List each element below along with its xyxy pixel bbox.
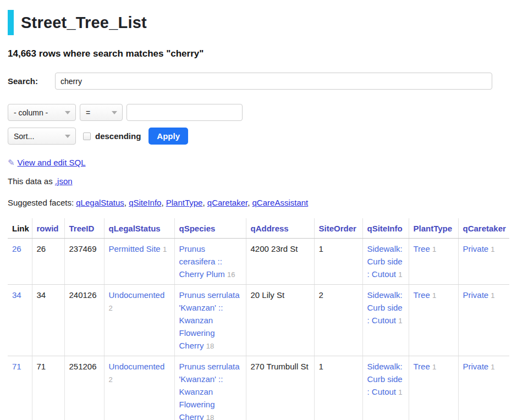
facet-count: 1 xyxy=(398,317,402,325)
facet-count: 1 xyxy=(491,363,494,371)
filter-row: - column - = xyxy=(8,104,509,121)
operator-select[interactable]: = xyxy=(80,104,123,121)
facet-wrap: qCaretaker xyxy=(207,198,252,207)
cell-siteorder: 1 xyxy=(314,356,362,420)
facet-count: 2 xyxy=(109,375,113,384)
facet-value-link[interactable]: Private xyxy=(463,244,489,253)
facet-value-link[interactable]: Prunus cerasifera :: Cherry Plum xyxy=(179,244,225,279)
search-input[interactable] xyxy=(55,73,492,90)
facet-value-link[interactable]: Private xyxy=(463,290,489,300)
page: Street_Tree_List 14,663 rows where searc… xyxy=(0,0,517,420)
table-row: 34 34 240126 Undocumented 2 Prunus serru… xyxy=(8,285,509,356)
row-link[interactable]: 34 xyxy=(12,290,21,300)
sort-by-qspecies-link[interactable]: qSpecies xyxy=(179,224,216,233)
facet-value-link[interactable]: Sidewalk: Curb side : Cutout xyxy=(367,290,403,325)
facet-link-qcareassistant[interactable]: qCareAssistant xyxy=(252,198,309,207)
facet-count: 1 xyxy=(491,245,494,253)
facet-value-link[interactable]: Undocumented xyxy=(109,362,165,371)
cell-planttype: Tree 1 xyxy=(409,239,458,285)
row-count-summary: 14,663 rows where search matches "cherry… xyxy=(8,48,509,59)
page-title: Street_Tree_List xyxy=(21,14,147,32)
cell-qlegalstatus: Undocumented 2 xyxy=(104,285,174,356)
table-row: 71 71 251206 Undocumented 2 Prunus serru… xyxy=(8,356,509,420)
facet-value-link[interactable]: Sidewalk: Curb side : Cutout xyxy=(367,362,403,396)
facet-value-link[interactable]: Prunus serrulata 'Kwanzan' :: Kwanzan Fl… xyxy=(179,362,240,420)
search-row: Search: xyxy=(8,73,509,90)
facet-value-link[interactable]: Sidewalk: Curb side : Cutout xyxy=(367,244,403,279)
column-header-rowid: rowid xyxy=(32,218,64,239)
facet-wrap: qLegalStatus xyxy=(76,198,129,207)
facet-link-qlegalstatus[interactable]: qLegalStatus xyxy=(76,198,124,207)
facet-value-link[interactable]: Private xyxy=(463,362,489,371)
operator-select-wrap: = xyxy=(80,104,123,121)
sort-select-wrap: Sort... xyxy=(8,128,76,145)
facet-count: 2 xyxy=(109,304,113,312)
facet-count: 1 xyxy=(398,388,402,396)
apply-button[interactable]: Apply xyxy=(148,128,188,145)
cell-qaddress: 4200 23rd St xyxy=(246,239,314,285)
facet-value-link[interactable]: Tree xyxy=(414,362,430,371)
sort-by-rowid-link[interactable]: rowid xyxy=(37,224,59,233)
facet-wrap: qCareAssistant xyxy=(252,198,309,207)
cell-qcaretaker: Private 1 xyxy=(458,285,509,356)
cell-qsiteinfo: Sidewalk: Curb side : Cutout 1 xyxy=(362,356,409,420)
cell-siteorder: 2 xyxy=(314,285,362,356)
column-header-treeid: TreeID xyxy=(64,218,104,239)
facet-link-qcaretaker[interactable]: qCaretaker xyxy=(207,198,248,207)
cell-treeid: 240126 xyxy=(64,285,104,356)
column-header-planttype: PlantType xyxy=(409,218,458,239)
facet-count: 1 xyxy=(432,291,436,300)
facet-value-link[interactable]: Tree xyxy=(414,290,430,300)
data-as-prefix: This data as xyxy=(8,176,53,186)
cell-qcaretaker: Private 1 xyxy=(458,356,509,420)
facets-prefix: Suggested facets: xyxy=(8,198,74,207)
column-header-link: Link xyxy=(8,218,32,239)
facet-count: 1 xyxy=(398,270,402,279)
json-export-link[interactable]: .json xyxy=(55,176,73,186)
facet-value-link[interactable]: Permitted Site xyxy=(109,244,161,253)
filter-value-input[interactable] xyxy=(127,104,243,121)
facet-value-link[interactable]: Undocumented xyxy=(109,290,165,300)
suggested-facets-row: Suggested facets: qLegalStatusqSiteInfoP… xyxy=(8,198,509,207)
row-link[interactable]: 71 xyxy=(12,362,21,371)
accent-bar xyxy=(8,10,14,35)
cell-qspecies: Prunus cerasifera :: Cherry Plum 16 xyxy=(174,239,246,285)
cell-link: 71 xyxy=(8,356,32,420)
facet-link-planttype[interactable]: PlantType xyxy=(166,198,203,207)
cell-treeid: 251206 xyxy=(64,356,104,420)
sort-by-qaddress-link[interactable]: qAddress xyxy=(251,224,289,233)
descending-checkbox[interactable] xyxy=(83,132,91,140)
results-table: Link rowid TreeID qLegalStatus qSpecies … xyxy=(8,218,509,420)
cell-qcaretaker: Private 1 xyxy=(458,239,509,285)
cell-link: 26 xyxy=(8,239,32,285)
cell-rowid: 34 xyxy=(32,285,64,356)
cell-qlegalstatus: Permitted Site 1 xyxy=(104,239,174,285)
sort-by-treeid-link[interactable]: TreeID xyxy=(69,224,95,233)
sort-select[interactable]: Sort... xyxy=(8,128,76,145)
facet-count: 18 xyxy=(206,342,214,350)
column-header-qspecies: qSpecies xyxy=(174,218,246,239)
sort-by-qlegalstatus-link[interactable]: qLegalStatus xyxy=(109,224,161,233)
cell-rowid: 71 xyxy=(32,356,64,420)
sort-by-qcaretaker-link[interactable]: qCaretaker xyxy=(463,224,506,233)
cell-qspecies: Prunus serrulata 'Kwanzan' :: Kwanzan Fl… xyxy=(174,356,246,420)
cell-qsiteinfo: Sidewalk: Curb side : Cutout 1 xyxy=(362,285,409,356)
sort-by-siteorder-link[interactable]: SiteOrder xyxy=(319,224,356,233)
sort-by-qsiteinfo-link[interactable]: qSiteInfo xyxy=(367,224,403,233)
view-edit-sql-link[interactable]: View and edit SQL xyxy=(18,158,86,167)
column-select[interactable]: - column - xyxy=(8,104,76,121)
facet-link-qsiteinfo[interactable]: qSiteInfo xyxy=(129,198,161,207)
sql-link-row: ✎View and edit SQL xyxy=(8,158,509,168)
facet-count: 1 xyxy=(491,291,494,300)
column-header-qcaretaker: qCaretaker xyxy=(458,218,509,239)
title-bar: Street_Tree_List xyxy=(8,10,509,35)
facet-count: 18 xyxy=(206,413,214,420)
row-link[interactable]: 26 xyxy=(12,244,21,253)
facet-value-link[interactable]: Tree xyxy=(414,244,430,253)
descending-label: descending xyxy=(95,131,141,141)
sort-by-planttype-link[interactable]: PlantType xyxy=(414,224,453,233)
column-header-qlegalstatus: qLegalStatus xyxy=(104,218,174,239)
facet-value-link[interactable]: Prunus serrulata 'Kwanzan' :: Kwanzan Fl… xyxy=(179,290,240,350)
column-header-qaddress: qAddress xyxy=(246,218,314,239)
cell-link: 34 xyxy=(8,285,32,356)
